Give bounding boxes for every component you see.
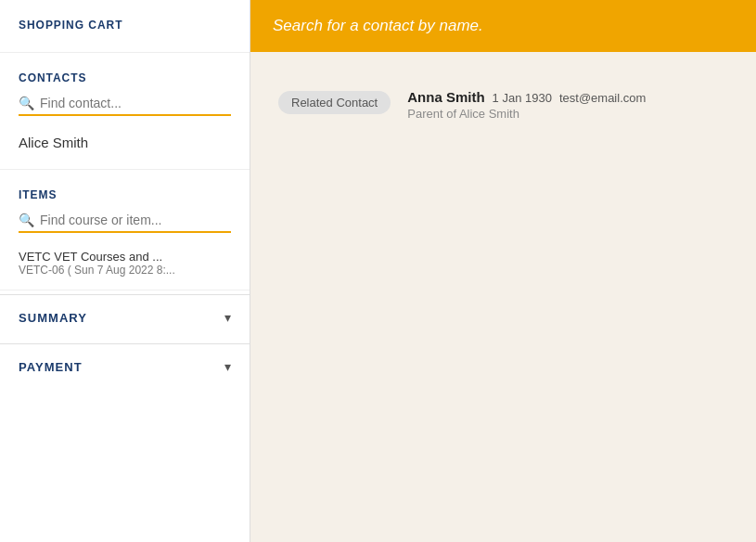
main-area: Search for a contact by name. Related Co…	[250, 0, 756, 542]
contact-search-icon: 🔍	[19, 96, 34, 110]
items-label: ITEMS	[19, 188, 231, 201]
summary-section: SUMMARY ▾	[0, 294, 250, 340]
item-search-input[interactable]	[40, 213, 231, 227]
selected-contact-name: Alice Smith	[19, 129, 231, 160]
cart-item: VETC VET Courses and ... VETC-06 ( Sun 7…	[19, 246, 231, 280]
contact-full-name: Anna Smith	[407, 89, 484, 105]
content-area: Related Contact Anna Smith 1 Jan 1930 te…	[250, 52, 756, 542]
item-subtitle: VETC-06 ( Sun 7 Aug 2022 8:...	[19, 264, 231, 277]
contact-dob: 1 Jan 1930	[493, 91, 552, 105]
contact-search-row[interactable]: 🔍	[19, 96, 231, 116]
contact-relationship: Parent of Alice Smith	[407, 107, 646, 121]
summary-chevron-icon: ▾	[224, 310, 231, 325]
search-banner: Search for a contact by name.	[250, 0, 756, 52]
contact-result-row: Related Contact Anna Smith 1 Jan 1930 te…	[278, 80, 728, 130]
related-contact-badge: Related Contact	[278, 91, 391, 114]
payment-label: PAYMENT	[19, 360, 83, 374]
contact-info-line1: Anna Smith 1 Jan 1930 test@email.com	[407, 89, 646, 105]
items-section: ITEMS 🔍 VETC VET Courses and ... VETC-06…	[0, 170, 250, 290]
cart-title: SHOPPING CART	[19, 19, 231, 32]
contact-search-input[interactable]	[40, 96, 231, 110]
contact-email: test@email.com	[559, 91, 646, 105]
payment-chevron-icon: ▾	[224, 359, 231, 374]
summary-label: SUMMARY	[19, 311, 87, 325]
contacts-section: CONTACTS 🔍 Alice Smith	[0, 53, 250, 170]
payment-section: PAYMENT ▾	[0, 343, 250, 389]
contacts-label: CONTACTS	[19, 71, 231, 84]
item-search-row[interactable]: 🔍	[19, 213, 231, 233]
summary-accordion-header[interactable]: SUMMARY ▾	[0, 295, 250, 340]
item-search-icon: 🔍	[19, 213, 34, 227]
sidebar: SHOPPING CART CONTACTS 🔍 Alice Smith ITE…	[0, 0, 250, 542]
contact-info: Anna Smith 1 Jan 1930 test@email.com Par…	[407, 89, 646, 121]
payment-accordion-header[interactable]: PAYMENT ▾	[0, 344, 250, 389]
cart-header-section: SHOPPING CART	[0, 0, 250, 53]
item-title: VETC VET Courses and ...	[19, 250, 231, 264]
